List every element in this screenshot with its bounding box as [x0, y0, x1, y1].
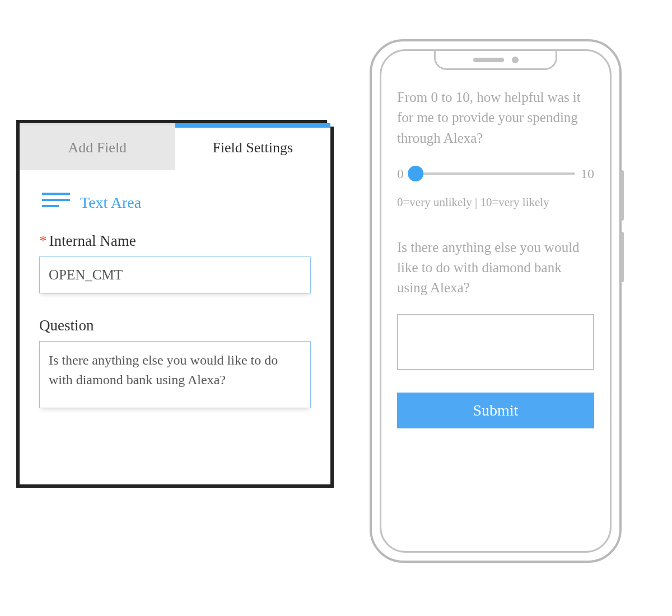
rating-slider[interactable]: 0 10: [397, 164, 594, 184]
internal-name-label-text: Internal Name: [49, 232, 136, 249]
phone-notch: [434, 51, 557, 70]
internal-name-group: *Internal Name: [39, 232, 311, 293]
phone-screen: From 0 to 10, how helpful was it for me …: [380, 49, 612, 553]
slider-caption: 0=very unlikely | 10=very likely: [397, 194, 594, 211]
tab-add-field[interactable]: Add Field: [20, 125, 175, 170]
question-input[interactable]: [39, 341, 311, 408]
submit-button[interactable]: Submit: [397, 393, 594, 428]
phone-side-button: [620, 232, 624, 282]
tab-field-settings[interactable]: Field Settings: [175, 125, 331, 170]
slider-track[interactable]: [409, 172, 575, 175]
slider-min-label: 0: [397, 164, 404, 184]
slider-max-label: 10: [581, 164, 594, 184]
question-group: Question: [39, 317, 311, 410]
internal-name-label: *Internal Name: [39, 232, 311, 250]
speaker-icon: [473, 58, 504, 62]
field-type-row: Text Area: [42, 193, 311, 213]
question-label: Question: [39, 317, 311, 334]
survey-preview: From 0 to 10, how helpful was it for me …: [397, 87, 594, 534]
textarea-icon: [42, 193, 70, 213]
camera-icon: [512, 57, 519, 63]
phone-side-button: [620, 170, 624, 221]
field-settings-panel: Add Field Field Settings Text Area *Inte…: [20, 123, 330, 484]
question-1-text: From 0 to 10, how helpful was it for me …: [397, 87, 594, 148]
panel-tabs: Add Field Field Settings: [20, 125, 330, 170]
field-type-label: Text Area: [80, 194, 141, 212]
required-asterisk: *: [39, 232, 47, 249]
active-tab-indicator: [175, 123, 331, 128]
question-2-text: Is there anything else you would like to…: [397, 237, 594, 298]
phone-frame: From 0 to 10, how helpful was it for me …: [370, 39, 622, 563]
answer-textarea[interactable]: [397, 314, 594, 370]
slider-thumb[interactable]: [408, 166, 423, 181]
internal-name-input[interactable]: [39, 256, 311, 293]
